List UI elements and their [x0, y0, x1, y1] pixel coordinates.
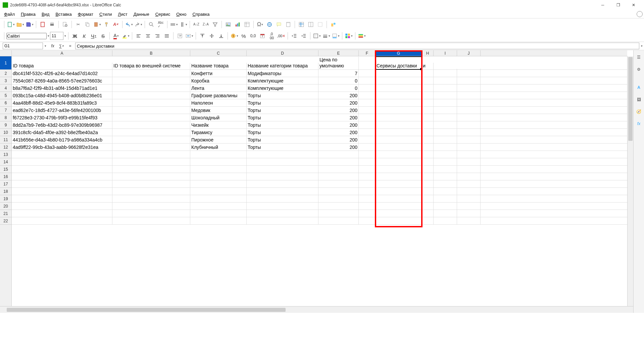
insert-chart-button[interactable] — [233, 20, 242, 29]
formula-expand[interactable]: ▾ — [641, 44, 643, 48]
cell[interactable]: b8a7f6a2-f2f9-4b31-a0f4-15d4b71ad1e1 — [12, 84, 112, 92]
font-size-input[interactable] — [50, 32, 63, 40]
cell[interactable] — [247, 210, 318, 217]
cell[interactable] — [359, 188, 376, 195]
cell[interactable] — [247, 188, 318, 195]
cell[interactable] — [318, 180, 359, 187]
cell[interactable]: Торты — [247, 92, 318, 99]
column-header-H[interactable]: H — [422, 50, 434, 56]
row-header-10[interactable]: 10 — [0, 129, 11, 136]
row-header-20[interactable]: 20 — [0, 203, 11, 210]
formula-button[interactable]: = — [66, 42, 74, 50]
cell[interactable] — [12, 158, 112, 165]
cell[interactable] — [457, 136, 481, 143]
row-header-19[interactable]: 19 — [0, 195, 11, 203]
row-header-4[interactable]: 4 — [0, 84, 11, 92]
cell[interactable] — [112, 180, 190, 187]
cell[interactable] — [376, 188, 422, 195]
pivot-table-button[interactable] — [243, 20, 251, 29]
cell[interactable] — [318, 210, 359, 217]
comment-button[interactable] — [275, 20, 283, 29]
align-middle-button[interactable] — [207, 32, 216, 40]
menu-сервис[interactable]: Сервис — [153, 11, 173, 18]
select-all-corner[interactable] — [0, 50, 12, 56]
cell[interactable] — [422, 203, 434, 210]
cell[interactable] — [457, 158, 481, 165]
column-header-I[interactable]: I — [434, 50, 457, 56]
row-header-6[interactable]: 6 — [0, 99, 11, 107]
cell[interactable]: dbc41f4f-532c-4f26-a24c-6e4ad7d14c02 — [12, 70, 112, 77]
properties-icon[interactable]: ⚙ — [635, 65, 643, 74]
spellcheck-button[interactable]: Abc✓ — [156, 20, 165, 29]
column-header-F[interactable]: F — [359, 50, 376, 56]
cell[interactable] — [359, 136, 376, 143]
cell[interactable] — [359, 121, 376, 128]
column-header-E[interactable]: E — [318, 50, 359, 56]
column-header-B[interactable]: B — [112, 50, 190, 56]
cell[interactable] — [247, 217, 318, 224]
cell[interactable]: 7554c087-8269-4a0a-8565-57ee2976603c — [12, 77, 112, 84]
cell[interactable] — [376, 151, 422, 158]
cell[interactable] — [112, 151, 190, 158]
cell[interactable] — [376, 203, 422, 210]
cell[interactable] — [422, 180, 434, 187]
cell[interactable] — [422, 217, 434, 224]
cell[interactable] — [112, 136, 190, 143]
cell[interactable] — [12, 151, 112, 158]
cell[interactable] — [434, 84, 457, 92]
cell[interactable] — [376, 136, 422, 143]
font-size-dropdown[interactable]: ▾ — [64, 34, 66, 38]
row-header-17[interactable]: 17 — [0, 180, 11, 188]
close-button[interactable]: ✕ — [626, 0, 641, 10]
cell[interactable]: ID товара — [12, 63, 112, 69]
cell[interactable]: Цена по умолчанию — [318, 57, 359, 69]
find-replace-button[interactable] — [147, 20, 156, 29]
cell[interactable] — [376, 121, 422, 128]
cell[interactable] — [422, 70, 434, 77]
cell[interactable] — [457, 84, 481, 92]
number-button[interactable]: 0,0 — [249, 32, 257, 40]
cell[interactable]: 200 — [318, 107, 359, 114]
cell[interactable] — [318, 151, 359, 158]
cell[interactable]: 200 — [318, 92, 359, 99]
cell[interactable] — [190, 217, 247, 224]
row-header-12[interactable]: 12 — [0, 144, 11, 151]
row-header-7[interactable]: 7 — [0, 107, 11, 114]
cell[interactable] — [376, 107, 422, 114]
menu-стили[interactable]: Стили — [97, 11, 114, 18]
cell[interactable]: 441b656e-d4a3-4b80-b179-a986a334a4cb — [12, 136, 112, 143]
menu-правка[interactable]: Правка — [18, 11, 38, 18]
cell[interactable] — [376, 173, 422, 180]
cell[interactable]: Название категории товара — [247, 63, 318, 69]
cell[interactable] — [422, 136, 434, 143]
cell[interactable]: Модификаторы — [247, 70, 318, 77]
cell[interactable] — [434, 173, 457, 180]
row-header-21[interactable]: 21 — [0, 210, 11, 217]
cell[interactable] — [434, 203, 457, 210]
row-header-14[interactable]: 14 — [0, 158, 11, 166]
cell[interactable] — [434, 188, 457, 195]
cell[interactable] — [359, 99, 376, 106]
add-decimal-button[interactable]: ,000 — [267, 32, 276, 40]
cell[interactable] — [190, 195, 247, 202]
italic-button[interactable]: К — [80, 32, 89, 40]
cell[interactable]: Коробка — [190, 77, 247, 84]
cell[interactable]: ead62e7c-18d5-4727-a43e-56fe4200100b — [12, 107, 112, 114]
row-header-8[interactable]: 8 — [0, 114, 11, 121]
cell[interactable] — [112, 195, 190, 202]
cell[interactable] — [359, 203, 376, 210]
cell[interactable] — [376, 129, 422, 136]
underline-button[interactable]: Ч▾ — [89, 32, 98, 40]
cell[interactable] — [112, 77, 190, 84]
cell[interactable] — [247, 203, 318, 210]
row-header-13[interactable]: 13 — [0, 151, 11, 158]
cell[interactable]: Торты — [247, 99, 318, 106]
cell[interactable] — [247, 166, 318, 173]
cell[interactable]: 200 — [318, 129, 359, 136]
cell[interactable] — [434, 69, 457, 69]
column-headers[interactable]: ABCDEFGHIJ — [12, 50, 627, 56]
cell[interactable]: Конфетти — [190, 70, 247, 77]
cell[interactable]: Наполеон — [190, 99, 247, 106]
cell[interactable] — [318, 158, 359, 165]
cell[interactable] — [112, 70, 190, 77]
